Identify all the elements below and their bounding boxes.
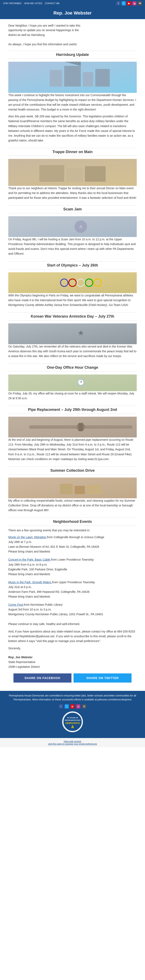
svg-text:⚠: ⚠ xyxy=(79,224,82,229)
event-comic-details: from Norristown Public Library xyxy=(24,603,63,606)
top-bar-social-icons: f t ▶ ig ✉ xyxy=(116,1,142,5)
olympics-body1: With the Olympics beginning in Paris on … xyxy=(8,293,137,307)
instagram-icon[interactable]: ig xyxy=(132,1,137,5)
contact-me-link[interactable]: CONTACT ME xyxy=(45,2,60,5)
pa-house-logo-svg: PA HOUSE OF REPRESENTATIVES DEMOCRATS xyxy=(63,712,82,732)
office-body1: On Friday, July 26, my office will be cl… xyxy=(8,391,137,401)
footer-logo-container: PA HOUSE OF REPRESENTATIVES DEMOCRATS xyxy=(4,711,141,732)
summer-section: Summer Collection Drive My office is col… xyxy=(8,466,137,513)
svg-rect-10 xyxy=(66,168,83,182)
footer-twitter-icon[interactable]: t xyxy=(65,704,69,708)
signature-block: Rep. Joe Webster State Representative 15… xyxy=(8,655,137,669)
event-movie-location: Lawn at Berman Museum of Art, 601 E Main… xyxy=(8,544,137,549)
event-concert-location: Eagleville Park, 100 Parkane Drive, Eagl… xyxy=(8,567,137,572)
event-concert-details: from Lower Providence Township xyxy=(51,558,94,561)
event-movie-date: July 26th at 7 p.m. xyxy=(8,539,137,544)
summer-image-svg xyxy=(8,477,137,498)
share-facebook-button[interactable]: SHARE ON FACEBOOK xyxy=(13,673,71,682)
office-image-svg: 🕐 xyxy=(8,374,137,391)
share-twitter-button[interactable]: SHARE ON TWITTER xyxy=(74,673,132,682)
stay-informed-link[interactable]: STAY INFORMED xyxy=(3,2,22,5)
svg-text:Rep. Joe Webster: Rep. Joe Webster xyxy=(54,10,92,16)
event-comic: Comic Fest from Norristown Public Librar… xyxy=(8,602,137,617)
footer-youtube-icon[interactable]: ▶ xyxy=(71,704,74,708)
olympics-image-svg xyxy=(8,272,137,293)
korean-image: ★ xyxy=(8,323,137,344)
youtube-icon[interactable]: ▶ xyxy=(127,1,131,5)
header-image: Rep. Joe Webster xyxy=(0,6,145,19)
scam-title: Scam Jam xyxy=(8,205,137,213)
trappe-image-svg xyxy=(8,159,137,186)
korean-section: Korean War Veterans Armistice Day – July… xyxy=(8,312,137,358)
trappe-body1: Thank you to our neighbors at Historic T… xyxy=(8,186,137,200)
trappe-title: Trappe Dinner on Main xyxy=(8,148,137,156)
pipe-image xyxy=(8,417,137,438)
closing-para2: And, if you have questions about any sta… xyxy=(8,629,137,643)
event-movie-link[interactable]: Movie on the Lawn: Migration xyxy=(8,536,47,539)
event-concert-note: Please bring chairs and blankets xyxy=(8,572,137,577)
event-concert: Concert in the Park: Basic Cable from Lo… xyxy=(8,557,137,576)
svg-rect-31 xyxy=(74,486,85,494)
top-bar: STAY INFORMED HOW WE VOTED CONTACT ME f … xyxy=(0,0,145,6)
harrisburg-image-svg xyxy=(8,62,137,93)
main-content: Dear Neighbor, I hope you are well! I wa… xyxy=(0,19,145,691)
event-movie: Movie on the Lawn: Migration from Colleg… xyxy=(8,535,137,554)
manage-preferences-link[interactable]: visit this page to manage your email pre… xyxy=(48,743,97,745)
footer-instagram-icon[interactable]: ig xyxy=(76,704,80,708)
svg-rect-11 xyxy=(85,166,106,182)
scam-image-svg: ⚠ xyxy=(8,216,137,237)
korean-image-svg: ★ xyxy=(8,323,137,344)
top-bar-links: STAY INFORMED HOW WE VOTED CONTACT ME xyxy=(3,2,60,5)
event-music-details: from Upper Providence Township xyxy=(52,581,95,584)
how-we-voted-link[interactable]: HOW WE VOTED xyxy=(24,2,43,5)
pipe-body1: At the end of July and beginning of Augu… xyxy=(8,438,137,461)
greeting-block: Dear Neighbor, I hope you are well! I wa… xyxy=(8,23,137,46)
closing-para1: Please continue to stay safe, healthy an… xyxy=(8,622,137,627)
pipe-title: Pipe Replacement – July 29th through Aug… xyxy=(8,406,137,414)
event-music-location: Anderson Farm Park, 499 Hopwood Rd, Coll… xyxy=(8,590,137,594)
email-icon[interactable]: ✉ xyxy=(138,1,142,5)
trappe-section: Trappe Dinner on Main Thank you to our n… xyxy=(8,148,137,200)
neighborhood-intro: There are a few upcoming events that you… xyxy=(8,529,137,532)
harrisburg-body1: This week I continue to highlight the hi… xyxy=(8,93,137,112)
svg-rect-4 xyxy=(64,66,81,87)
korean-title: Korean War Veterans Armistice Day – July… xyxy=(8,312,137,320)
neighborhood-title: Neighborhood Events xyxy=(8,518,137,526)
event-music-link[interactable]: Music in the Park: Smooth Riders xyxy=(8,581,52,584)
svg-text:REPRESENTATIVES: REPRESENTATIVES xyxy=(65,719,80,721)
event-comic-link[interactable]: Comic Fest xyxy=(8,603,24,606)
event-concert-link[interactable]: Concert in the Park: Basic Cable xyxy=(8,558,51,561)
summer-image xyxy=(8,477,137,498)
korean-body1: On Saturday, July 27th, we remember all … xyxy=(8,344,137,358)
view-web-version-link[interactable]: View web version xyxy=(64,740,81,743)
svg-rect-30 xyxy=(60,484,72,494)
scam-image: ⚠ xyxy=(8,216,137,237)
svg-rect-6 xyxy=(83,72,93,87)
scam-body1: On Friday, August 9th, I will be hosting… xyxy=(8,237,137,256)
pa-house-logo: PA HOUSE OF REPRESENTATIVES DEMOCRATS xyxy=(62,711,83,732)
neighborhood-section: Neighborhood Events There are a few upco… xyxy=(8,518,137,617)
event-music: Music in the Park: Smooth Riders from Up… xyxy=(8,580,137,599)
event-music-note: Please bring chairs and blankets xyxy=(8,594,137,599)
svg-rect-3 xyxy=(50,70,62,87)
closing-para3: Sincerely, xyxy=(8,646,137,651)
rep-name: Rep. Joe Webster xyxy=(8,655,137,660)
svg-rect-21 xyxy=(8,323,137,344)
twitter-icon[interactable]: t xyxy=(121,1,126,5)
event-movie-details: from Collegeville Borough & Ursinus Coll… xyxy=(47,536,104,539)
share-buttons-container: SHARE ON FACEBOOK SHARE ON TWITTER xyxy=(8,673,137,682)
svg-rect-9 xyxy=(39,165,64,182)
footer-facebook-icon[interactable]: f xyxy=(59,704,63,708)
header-banner-svg: Rep. Joe Webster xyxy=(0,6,145,19)
svg-text:PA HOUSE OF: PA HOUSE OF xyxy=(67,717,78,719)
rep-district: 150th Legislative District xyxy=(8,665,137,669)
svg-text:★: ★ xyxy=(77,329,84,337)
svg-rect-28 xyxy=(79,423,83,431)
footer-email-icon[interactable]: ✉ xyxy=(82,704,86,708)
harrisburg-section: Harrisburg Update This week I continue t… xyxy=(8,51,137,143)
greeting-useful: As always, I hope you find this informat… xyxy=(8,42,137,46)
svg-text:🕐: 🕐 xyxy=(77,379,85,386)
olympics-title: Start of Olympics – July 26th xyxy=(8,261,137,269)
summer-title: Summer Collection Drive xyxy=(8,466,137,475)
facebook-icon[interactable]: f xyxy=(116,1,120,5)
